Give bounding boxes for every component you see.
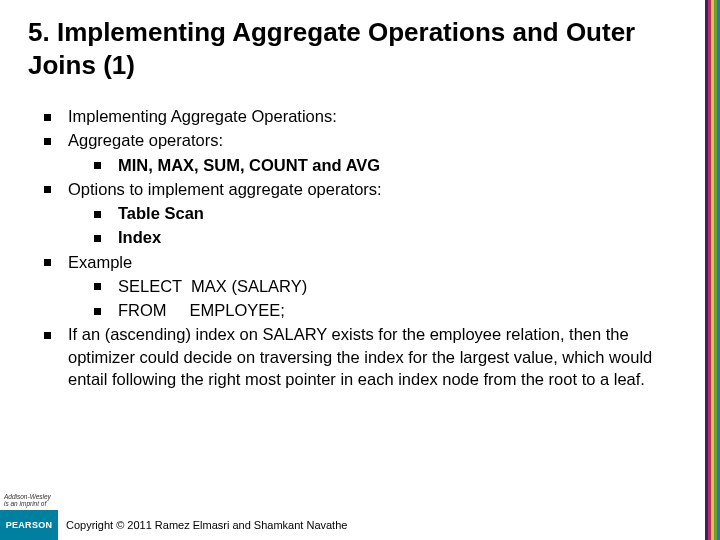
list-text: If an (ascending) index on SALARY exists…	[68, 325, 652, 388]
list-text: Options to implement aggregate operators…	[68, 180, 382, 198]
decorative-stripe	[705, 0, 720, 540]
list-text: Implementing Aggregate Operations:	[68, 107, 337, 125]
list-item: Implementing Aggregate Operations:	[44, 105, 684, 127]
slide-body: Implementing Aggregate Operations: Aggre…	[28, 105, 684, 390]
footer: PEARSON Copyright © 2011 Ramez Elmasri a…	[0, 510, 720, 540]
list-item: Aggregate operators: MIN, MAX, SUM, COUN…	[44, 129, 684, 176]
list-item: SELECT MAX (SALARY)	[94, 275, 684, 297]
sublist: Table Scan Index	[68, 202, 684, 249]
list-item: If an (ascending) index on SALARY exists…	[44, 323, 684, 390]
slide: 5. Implementing Aggregate Operations and…	[0, 0, 720, 540]
list-item: Index	[94, 226, 684, 248]
list-text: SELECT MAX (SALARY)	[118, 277, 307, 295]
imprint-line: is an imprint of	[4, 501, 51, 508]
list-item: Options to implement aggregate operators…	[44, 178, 684, 249]
list-text: Example	[68, 253, 132, 271]
list-text: FROM EMPLOYEE;	[118, 301, 285, 319]
list-text: Index	[118, 228, 161, 246]
list-text: MIN, MAX, SUM, COUNT and AVG	[118, 156, 380, 174]
bullet-list: Implementing Aggregate Operations: Aggre…	[28, 105, 684, 390]
sublist: MIN, MAX, SUM, COUNT and AVG	[68, 154, 684, 176]
list-item: Table Scan	[94, 202, 684, 224]
list-item: Example SELECT MAX (SALARY) FROM EMPLOYE…	[44, 251, 684, 322]
list-item: MIN, MAX, SUM, COUNT and AVG	[94, 154, 684, 176]
sublist: SELECT MAX (SALARY) FROM EMPLOYEE;	[68, 275, 684, 322]
slide-title: 5. Implementing Aggregate Operations and…	[28, 16, 684, 81]
list-item: FROM EMPLOYEE;	[94, 299, 684, 321]
list-text: Table Scan	[118, 204, 204, 222]
pearson-logo: PEARSON	[0, 510, 58, 540]
imprint-text: Addison-Wesley is an imprint of	[4, 494, 51, 508]
copyright-text: Copyright © 2011 Ramez Elmasri and Shamk…	[66, 519, 347, 531]
list-text: Aggregate operators:	[68, 131, 223, 149]
